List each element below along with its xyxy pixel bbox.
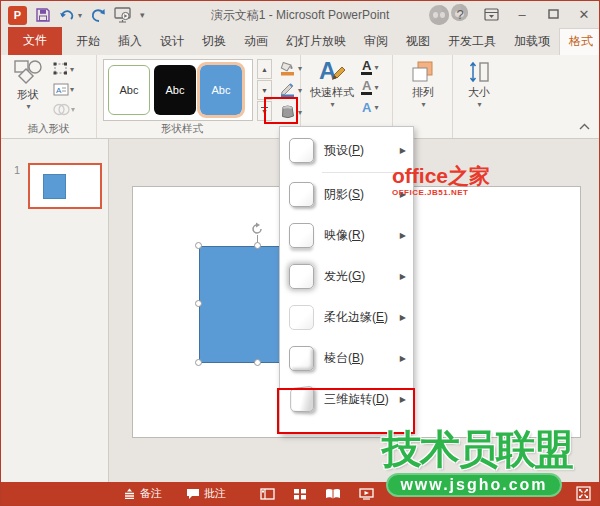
shape-edit-buttons: ▾ A ▾ ▾ — [53, 59, 75, 119]
resize-handle-top-left[interactable] — [195, 242, 202, 249]
slide-1-thumbnail[interactable] — [28, 163, 102, 209]
shapes-icon — [13, 59, 43, 87]
quick-styles-icon: A — [317, 57, 347, 85]
quick-styles-button[interactable]: A 快速样式 ▾ — [305, 57, 359, 109]
text-outline-button[interactable]: A▾ — [361, 77, 378, 97]
text-effects-button[interactable]: A▾ — [361, 97, 378, 117]
start-from-beginning-icon[interactable] — [114, 5, 132, 25]
svg-text:A: A — [319, 57, 336, 84]
shape-fill-icon — [279, 60, 297, 76]
text-format-buttons: A▾ A▾ A▾ — [361, 57, 378, 117]
skull-watermark — [429, 5, 449, 25]
undo-button[interactable]: ▾ — [59, 5, 82, 25]
shape-style-option-2[interactable]: Abc — [154, 65, 196, 115]
maximize-button[interactable] — [542, 4, 564, 24]
reading-view-icon[interactable] — [325, 488, 341, 500]
tab-animations[interactable]: 动画 — [235, 29, 277, 55]
reflection-icon — [289, 223, 314, 248]
resize-handle-bottom-middle[interactable] — [254, 359, 261, 366]
normal-view-icon[interactable] — [260, 488, 275, 500]
shape-outline-icon — [279, 82, 297, 98]
soft-edges-icon — [289, 305, 314, 330]
view-switcher — [260, 488, 374, 500]
notes-button[interactable]: 备注 — [123, 486, 162, 501]
slideshow-view-icon[interactable] — [359, 488, 374, 500]
watermark-title: 技术员联盟 — [382, 429, 572, 469]
submenu-arrow-icon: ▶ — [400, 146, 406, 155]
tab-transitions[interactable]: 切换 — [193, 29, 235, 55]
size-label: 大小 — [468, 85, 490, 100]
tab-addins[interactable]: 加载项 — [505, 29, 559, 55]
notes-icon — [123, 488, 136, 499]
shape-style-gallery: Abc Abc Abc — [103, 59, 253, 121]
close-button[interactable]: ✕ — [573, 4, 595, 24]
save-icon[interactable] — [35, 5, 51, 25]
tab-slideshow[interactable]: 幻灯片放映 — [277, 29, 355, 55]
text-box-button[interactable]: A ▾ — [53, 79, 75, 99]
bevel-icon — [289, 346, 314, 371]
shape-style-option-1[interactable]: Abc — [108, 65, 150, 115]
slide-number: 1 — [14, 164, 20, 176]
menu-item-soft-edges[interactable]: 柔化边缘(E) ▶ — [280, 297, 413, 338]
slide-thumbnails-panel: 1 — [1, 139, 109, 482]
callout-box-shape-effects — [264, 97, 298, 124]
powerpoint-window: P ▾ ▾ 演示文稿1 - Microsoft PowerPoint ? — [0, 0, 600, 506]
tab-insert[interactable]: 插入 — [109, 29, 151, 55]
submenu-arrow-icon: ▶ — [400, 231, 406, 240]
redo-button[interactable] — [90, 5, 106, 25]
arrange-label: 排列 — [412, 85, 434, 100]
shadow-icon — [289, 182, 314, 207]
shapes-label: 形状 — [17, 87, 39, 102]
tab-file[interactable]: 文件 — [8, 27, 62, 55]
ribbon-tabs: 文件 开始 插入 设计 切换 动画 幻灯片放映 审阅 视图 开发工具 加载项 格… — [1, 29, 599, 55]
window-controls: ? – ✕ — [449, 4, 595, 24]
arrange-button[interactable]: 排列 ▾ — [403, 59, 443, 109]
group-insert-shapes: 形状 ▾ ▾ A ▾ ▾ 插入形状 — [1, 55, 97, 138]
slide-sorter-view-icon[interactable] — [293, 488, 307, 500]
gallery-scroll-up-button[interactable]: ▲ — [257, 59, 272, 79]
resize-handle-middle-left[interactable] — [195, 300, 202, 307]
menu-item-bevel[interactable]: 棱台(B) ▶ — [280, 338, 413, 379]
group-size: 大小 ▾ — [453, 55, 505, 138]
comments-icon — [186, 488, 200, 500]
comments-button[interactable]: 批注 — [186, 486, 226, 501]
watermark-office-home: office之家 OFFICE.JB51.NET — [392, 165, 490, 197]
undo-dropdown-caret[interactable]: ▾ — [78, 11, 82, 20]
svg-text:A: A — [56, 85, 62, 94]
watermark-tech-alliance: 技术员联盟 www.jsgho.com — [382, 429, 572, 497]
shapes-caret: ▾ — [26, 102, 30, 111]
shapes-button[interactable]: 形状 ▾ — [7, 59, 49, 111]
help-button[interactable]: ? — [449, 4, 471, 24]
size-button[interactable]: 大小 ▾ — [461, 59, 497, 109]
fit-slide-to-window-button[interactable] — [576, 486, 591, 503]
customize-qat-caret[interactable]: ▾ — [140, 5, 145, 25]
arrange-icon — [410, 59, 436, 85]
tab-view[interactable]: 视图 — [397, 29, 439, 55]
minimize-button[interactable]: – — [511, 4, 533, 24]
submenu-arrow-icon: ▶ — [400, 313, 406, 322]
tab-format-active[interactable]: 格式 — [559, 28, 600, 55]
quick-access-toolbar: P ▾ ▾ — [1, 5, 145, 25]
shape-style-option-3-selected[interactable]: Abc — [200, 65, 242, 115]
ribbon-display-options-icon[interactable] — [480, 4, 502, 24]
powerpoint-app-icon[interactable]: P — [8, 6, 27, 25]
watermark-title: office之家 — [392, 165, 490, 186]
tab-home[interactable]: 开始 — [67, 29, 109, 55]
insert-shapes-group-label: 插入形状 — [1, 122, 96, 136]
menu-item-glow[interactable]: 发光(G) ▶ — [280, 256, 413, 297]
resize-handle-top-middle[interactable] — [254, 242, 261, 249]
text-fill-button[interactable]: A▾ — [361, 57, 378, 77]
tab-design[interactable]: 设计 — [151, 29, 193, 55]
collapse-ribbon-button[interactable] — [579, 122, 590, 132]
watermark-subtitle: OFFICE.JB51.NET — [392, 189, 490, 197]
tab-review[interactable]: 审阅 — [355, 29, 397, 55]
edit-shape-button[interactable]: ▾ — [53, 59, 75, 79]
preset-icon — [289, 138, 314, 163]
title-bar: P ▾ ▾ 演示文稿1 - Microsoft PowerPoint ? — [1, 1, 599, 29]
resize-handle-bottom-left[interactable] — [195, 359, 202, 366]
merge-shapes-button[interactable]: ▾ — [53, 99, 75, 119]
shape-styles-group-label: 形状样式 — [97, 122, 267, 136]
menu-item-reflection[interactable]: 映像(R) ▶ — [280, 215, 413, 256]
tab-developer[interactable]: 开发工具 — [439, 29, 505, 55]
rotation-handle[interactable] — [250, 222, 264, 240]
